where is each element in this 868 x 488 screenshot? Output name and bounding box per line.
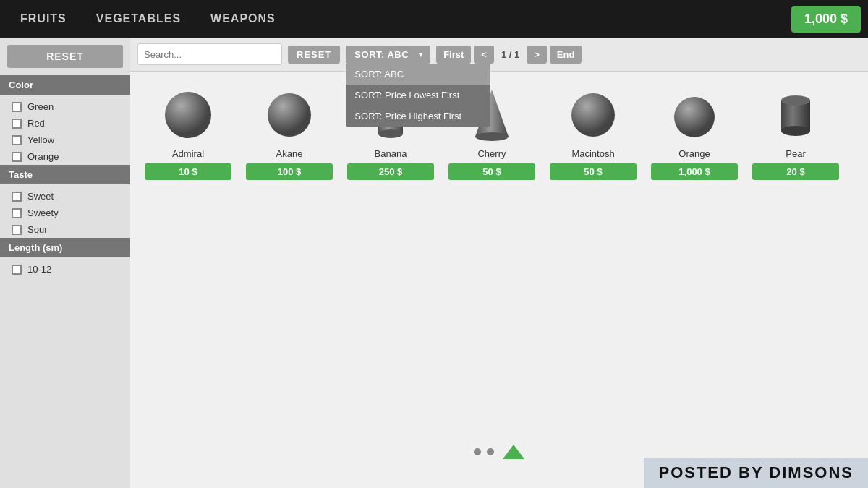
filter-sour-checkbox[interactable] (12, 225, 22, 235)
filter-orange[interactable]: Orange (0, 148, 130, 165)
filter-length-header: Length (sm) (0, 238, 130, 257)
product-name-admiral: Admiral (172, 148, 204, 159)
filter-yellow[interactable]: Yellow (0, 132, 130, 148)
filter-10-12-label: 10-12 (27, 264, 51, 275)
product-price-pear: 20 $ (752, 163, 839, 180)
product-price-orange: 1,000 $ (651, 163, 738, 180)
product-name-macintosh: Macintosh (571, 148, 614, 159)
filter-green[interactable]: Green (0, 98, 130, 115)
filter-color-header: Color (0, 75, 130, 95)
pagination: First < 1 / 1 > End (436, 46, 582, 64)
pagination-prev-button[interactable]: < (474, 46, 494, 64)
product-name-akane: Akane (276, 148, 303, 159)
sidebar-reset-button[interactable]: RESET (7, 45, 123, 68)
toolbar: RESET SORT: ABC SORT: ABC SORT: Price Lo… (130, 38, 868, 72)
filter-red-checkbox[interactable] (12, 119, 22, 129)
watermark: POSTED BY DIMSONS (644, 458, 868, 488)
filter-red-label: Red (27, 118, 45, 129)
product-name-pear: Pear (786, 148, 805, 159)
filter-sweety[interactable]: Sweety (0, 205, 130, 221)
filter-orange-checkbox[interactable] (12, 152, 22, 162)
product-price-banana: 250 $ (347, 163, 434, 180)
filter-sour[interactable]: Sour (0, 221, 130, 238)
filter-sweety-checkbox[interactable] (12, 208, 22, 218)
sort-option-abc[interactable]: SORT: ABC (346, 64, 490, 85)
product-card-pear[interactable]: Pear 20 $ (752, 86, 839, 180)
sort-dropdown[interactable]: SORT: ABC SORT: ABC SORT: Price Lowest F… (346, 46, 430, 64)
product-shape-pear (767, 86, 825, 144)
sort-menu: SORT: ABC SORT: Price Lowest First SORT:… (346, 64, 490, 127)
filter-sweet[interactable]: Sweet (0, 188, 130, 205)
filter-green-label: Green (27, 101, 54, 112)
content-area: RESET SORT: ABC SORT: ABC SORT: Price Lo… (130, 38, 868, 488)
product-grid: Admiral 10 $ Akane (130, 72, 868, 194)
product-card-macintosh[interactable]: Macintosh 50 $ (550, 86, 637, 180)
svg-point-8 (674, 97, 715, 137)
product-price-akane: 100 $ (246, 163, 333, 180)
hint-arrow-icon (503, 445, 524, 459)
svg-point-4 (378, 129, 403, 138)
pagination-first-button[interactable]: First (436, 46, 471, 64)
svg-point-6 (475, 132, 509, 141)
product-shape-macintosh (564, 86, 622, 144)
sort-option-price-high[interactable]: SORT: Price Highest First (346, 106, 490, 127)
filter-sweety-label: Sweety (27, 207, 59, 218)
product-shape-admiral (159, 86, 217, 144)
filter-green-checkbox[interactable] (12, 102, 22, 112)
pagination-info: 1 / 1 (497, 49, 524, 60)
product-price-cherry: 50 $ (448, 163, 535, 180)
sort-option-price-low[interactable]: SORT: Price Lowest First (346, 85, 490, 106)
search-input[interactable] (137, 43, 282, 65)
svg-point-7 (571, 93, 615, 137)
balance-badge: 1,000 $ (791, 6, 861, 33)
product-card-admiral[interactable]: Admiral 10 $ (145, 86, 231, 180)
nav-vegetables[interactable]: VEGETABLES (83, 7, 194, 31)
product-price-admiral: 10 $ (145, 163, 231, 180)
nav-fruits[interactable]: FRUITS (7, 7, 80, 31)
filter-orange-label: Orange (27, 151, 59, 162)
top-nav: FRUITS VEGETABLES WEAPONS 1,000 $ (0, 0, 868, 38)
product-shape-akane (260, 86, 318, 144)
svg-point-10 (781, 95, 810, 106)
nav-weapons[interactable]: WEAPONS (197, 7, 289, 31)
product-card-akane[interactable]: Akane 100 $ (246, 86, 333, 180)
filter-sweet-label: Sweet (27, 191, 54, 202)
product-shape-orange (665, 86, 723, 144)
bottom-hint (474, 445, 524, 459)
filter-taste-header: Taste (0, 165, 130, 184)
product-name-orange: Orange (678, 148, 710, 159)
filter-sweet-checkbox[interactable] (12, 192, 22, 202)
sidebar: RESET Color Green Red Yellow Orange Tast… (0, 38, 130, 488)
filter-yellow-checkbox[interactable] (12, 135, 22, 145)
svg-point-0 (165, 92, 211, 138)
sort-button[interactable]: SORT: ABC (346, 46, 430, 64)
svg-point-11 (781, 126, 810, 136)
hint-dot-1 (474, 448, 481, 455)
filter-10-12[interactable]: 10-12 (0, 261, 130, 278)
product-card-orange[interactable]: Orange 1,000 $ (651, 86, 738, 180)
pagination-next-button[interactable]: > (527, 46, 547, 64)
hint-dot-2 (487, 448, 494, 455)
filter-red[interactable]: Red (0, 115, 130, 132)
product-name-banana: Banana (375, 148, 407, 159)
filter-sour-label: Sour (27, 224, 47, 235)
pagination-end-button[interactable]: End (550, 46, 582, 64)
filter-yellow-label: Yellow (27, 134, 54, 145)
svg-point-1 (268, 93, 311, 137)
filter-10-12-checkbox[interactable] (12, 265, 22, 275)
product-name-cherry: Cherry (477, 148, 506, 159)
toolbar-reset-button[interactable]: RESET (288, 46, 340, 64)
product-price-macintosh: 50 $ (550, 163, 637, 180)
main-layout: RESET Color Green Red Yellow Orange Tast… (0, 38, 868, 488)
